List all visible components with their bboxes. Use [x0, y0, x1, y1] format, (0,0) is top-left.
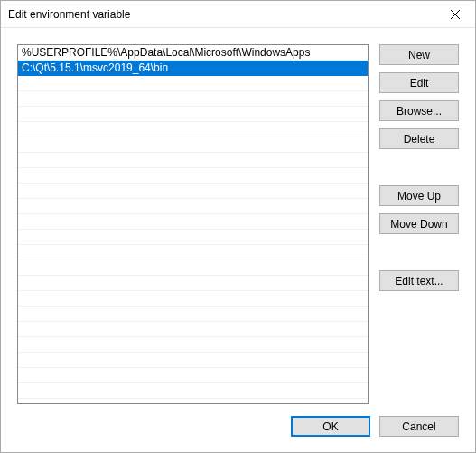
empty-row[interactable] [18, 276, 368, 291]
path-listbox[interactable]: %USERPROFILE%\AppData\Local\Microsoft\Wi… [17, 44, 369, 404]
empty-row[interactable] [18, 307, 368, 322]
empty-row[interactable] [18, 91, 368, 107]
empty-row[interactable] [18, 368, 368, 383]
empty-row[interactable] [18, 137, 368, 153]
dialog-footer: OK Cancel [1, 413, 475, 452]
window-title: Edit environment variable [8, 8, 130, 21]
empty-row[interactable] [18, 245, 368, 260]
empty-row[interactable] [18, 260, 368, 276]
empty-row[interactable] [18, 322, 368, 337]
empty-row[interactable] [18, 122, 368, 137]
ok-button[interactable]: OK [291, 416, 370, 437]
empty-row[interactable] [18, 337, 368, 353]
move-up-button[interactable]: Move Up [379, 185, 459, 206]
path-entry[interactable]: C:\Qt\5.15.1\msvc2019_64\bin [18, 61, 368, 76]
empty-row[interactable] [18, 199, 368, 214]
move-down-button[interactable]: Move Down [379, 213, 459, 234]
spacer [379, 156, 459, 178]
path-entry[interactable]: %USERPROFILE%\AppData\Local\Microsoft\Wi… [18, 45, 368, 61]
browse-button[interactable]: Browse... [379, 100, 459, 121]
new-button[interactable]: New [379, 44, 459, 65]
empty-row[interactable] [18, 353, 368, 368]
edit-button[interactable]: Edit [379, 72, 459, 93]
empty-row[interactable] [18, 214, 368, 230]
close-icon [451, 10, 460, 19]
empty-row[interactable] [18, 153, 368, 168]
edit-text-button[interactable]: Edit text... [379, 270, 459, 291]
empty-row[interactable] [18, 107, 368, 122]
empty-row[interactable] [18, 230, 368, 245]
empty-row[interactable] [18, 291, 368, 307]
empty-row[interactable] [18, 168, 368, 184]
dialog-window: Edit environment variable %USERPROFILE%\… [0, 0, 476, 453]
cancel-button[interactable]: Cancel [379, 416, 459, 437]
empty-row[interactable] [18, 184, 368, 199]
dialog-body: %USERPROFILE%\AppData\Local\Microsoft\Wi… [1, 28, 475, 413]
titlebar: Edit environment variable [1, 1, 475, 28]
close-button[interactable] [434, 1, 475, 28]
empty-row[interactable] [18, 76, 368, 91]
empty-row[interactable] [18, 383, 368, 399]
side-buttons: New Edit Browse... Delete Move Up Move D… [379, 44, 459, 404]
spacer [379, 241, 459, 263]
delete-button[interactable]: Delete [379, 128, 459, 149]
